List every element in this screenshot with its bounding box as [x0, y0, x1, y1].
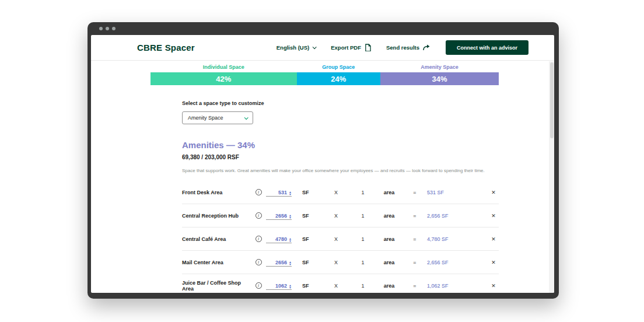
amenity-name: Central Reception Hub — [182, 213, 251, 219]
area-value: 531 — [278, 190, 287, 195]
equals-symbol: = — [402, 213, 427, 219]
area-value: 2656 — [275, 213, 287, 219]
space-distribution-bar: 42%24%34% — [150, 72, 499, 85]
space-segment-label: Individual Space — [150, 64, 297, 70]
space-type-value: Amenity Space — [188, 115, 223, 121]
equals-symbol: = — [402, 283, 427, 289]
info-icon[interactable]: i — [256, 236, 262, 242]
info-cell: i — [251, 259, 266, 265]
connect-advisor-button[interactable]: Connect with an advisor — [446, 40, 528, 55]
unit-label: SF — [302, 236, 322, 242]
space-segment-label: Group Space — [297, 64, 380, 70]
stepper-arrows-icon[interactable]: ▲▼ — [289, 191, 292, 195]
unit-label: SF — [302, 260, 322, 265]
area-input[interactable]: 1062 ▲▼ — [266, 282, 292, 290]
stepper-arrows-icon[interactable]: ▲▼ — [289, 237, 292, 242]
result-value: 2,656 SF — [427, 213, 485, 219]
multiply-symbol: X — [322, 260, 350, 265]
quantity-value: 1 — [350, 260, 376, 265]
stepper-arrows-icon[interactable]: ▲▼ — [289, 261, 292, 265]
unit-label: SF — [302, 283, 322, 289]
chevron-down-icon — [313, 45, 317, 49]
stepper-arrows-icon[interactable]: ▲▼ — [289, 214, 292, 219]
remove-row-button[interactable]: ✕ — [488, 213, 499, 219]
info-icon[interactable]: i — [256, 189, 262, 195]
result-value: 1,062 SF — [427, 283, 485, 289]
space-bar-labels: Individual SpaceGroup SpaceAmenity Space — [150, 64, 499, 70]
send-results-button[interactable]: Send results — [386, 44, 430, 51]
amenity-table: Front Desk Area i 531 ▲▼ SF X 1 area = 5… — [182, 181, 499, 293]
area-input[interactable]: 2656 ▲▼ — [266, 258, 292, 267]
area-input[interactable]: 2656 ▲▼ — [266, 212, 292, 220]
info-cell: i — [251, 189, 266, 195]
area-label: area — [376, 190, 402, 195]
amenity-name: Central Café Area — [182, 236, 251, 242]
section-title: Amenities — 34% — [182, 140, 499, 150]
window-minimize-dot[interactable] — [106, 27, 109, 30]
area-value: 2656 — [275, 260, 287, 265]
amenity-row: Central Café Area i 4780 ▲▼ SF X 1 area … — [182, 228, 499, 251]
stepper-cell: 1062 ▲▼ — [266, 282, 302, 290]
remove-row-button[interactable]: ✕ — [488, 283, 499, 289]
unit-label: SF — [302, 190, 322, 195]
result-value: 2,656 SF — [427, 260, 485, 265]
area-input[interactable]: 531 ▲▼ — [266, 188, 292, 197]
app-screen: CBRE Spacer English (US) Export PDF Send… — [91, 35, 554, 293]
stepper-cell: 2656 ▲▼ — [266, 258, 302, 267]
brand-logo: CBRE Spacer — [137, 43, 195, 52]
amenity-name: Juice Bar / Coffee Shop Area — [182, 280, 251, 292]
amenity-row: Front Desk Area i 531 ▲▼ SF X 1 area = 5… — [182, 181, 499, 204]
area-label: area — [376, 236, 402, 242]
stepper-cell: 4780 ▲▼ — [266, 235, 302, 243]
quantity-value: 1 — [350, 283, 376, 289]
amenity-name: Front Desk Area — [182, 190, 251, 195]
space-segment-label: Amenity Space — [380, 64, 499, 70]
area-label: area — [376, 283, 402, 289]
scrollbar[interactable] — [549, 61, 554, 293]
multiply-symbol: X — [322, 213, 350, 219]
info-icon[interactable]: i — [256, 212, 262, 219]
header-nav: English (US) Export PDF Send results — [276, 40, 528, 55]
multiply-symbol: X — [322, 236, 350, 242]
result-value: 531 SF — [427, 190, 485, 195]
amenity-row: Central Reception Hub i 2656 ▲▼ SF X 1 a… — [182, 204, 499, 228]
export-pdf-button[interactable]: Export PDF — [331, 44, 371, 51]
multiply-symbol: X — [322, 190, 350, 195]
window-titlebar — [88, 22, 559, 35]
info-cell: i — [251, 282, 266, 289]
equals-symbol: = — [402, 190, 427, 195]
quantity-value: 1 — [350, 236, 376, 242]
remove-row-button[interactable]: ✕ — [488, 236, 499, 242]
pdf-document-icon — [365, 44, 371, 51]
stepper-cell: 2656 ▲▼ — [266, 212, 302, 220]
area-value: 1062 — [275, 283, 287, 289]
stepper-cell: 531 ▲▼ — [266, 188, 302, 197]
window-close-dot[interactable] — [99, 27, 103, 30]
section-description: Space that supports work. Great amenitie… — [182, 168, 499, 173]
send-arrow-icon — [423, 44, 430, 51]
info-icon[interactable]: i — [256, 259, 262, 265]
space-type-label: Select a space type to customize — [182, 100, 499, 106]
language-label: English (US) — [276, 44, 309, 51]
multiply-symbol: X — [322, 283, 350, 289]
stepper-arrows-icon[interactable]: ▲▼ — [289, 284, 292, 289]
app-header: CBRE Spacer English (US) Export PDF Send… — [91, 35, 554, 61]
area-input[interactable]: 4780 ▲▼ — [266, 235, 292, 243]
language-selector[interactable]: English (US) — [276, 44, 316, 51]
info-icon[interactable]: i — [256, 282, 262, 289]
space-segment: 34% — [380, 72, 499, 85]
scrollbar-thumb[interactable] — [550, 62, 554, 138]
remove-row-button[interactable]: ✕ — [488, 260, 499, 265]
rsf-summary: 69,380 / 203,000 RSF — [182, 154, 499, 160]
space-type-dropdown[interactable]: Amenity Space — [182, 111, 253, 124]
amenity-section: Select a space type to customize Amenity… — [182, 100, 499, 293]
window-maximize-dot[interactable] — [112, 27, 116, 30]
area-value: 4780 — [275, 236, 287, 242]
remove-row-button[interactable]: ✕ — [488, 190, 499, 195]
space-segment: 42% — [150, 72, 297, 85]
result-value: 4,780 SF — [427, 236, 485, 242]
area-label: area — [376, 260, 402, 265]
quantity-value: 1 — [350, 190, 376, 195]
unit-label: SF — [302, 213, 322, 219]
export-pdf-label: Export PDF — [331, 44, 361, 51]
